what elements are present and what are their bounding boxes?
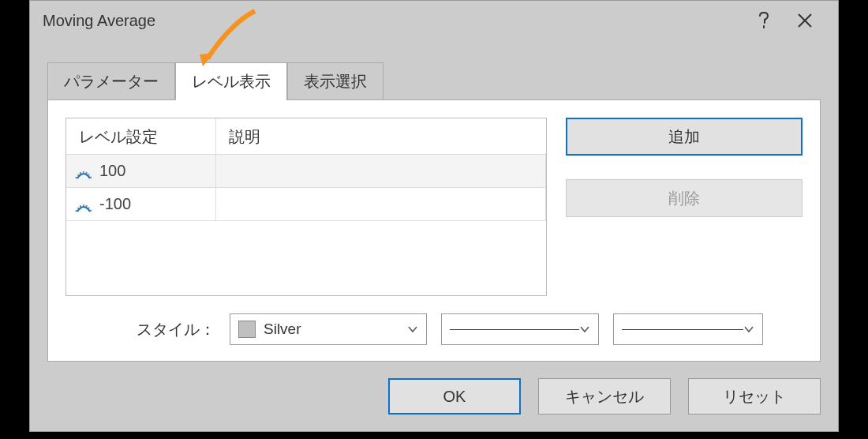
cell-level: -100	[66, 188, 216, 221]
style-row: スタイル： Silver	[65, 313, 803, 345]
add-button[interactable]: 追加	[566, 118, 803, 156]
color-combo[interactable]: Silver	[230, 313, 427, 345]
help-button[interactable]	[743, 1, 784, 40]
color-swatch-icon	[238, 321, 256, 338]
levels-table: レベル設定 説明 100	[65, 118, 547, 296]
dialog-footer: OK キャンセル リセット	[30, 362, 838, 430]
table-row[interactable]: 100	[66, 155, 546, 188]
cancel-button[interactable]: キャンセル	[538, 378, 671, 415]
dialog-window: Moving Average パラメーター レベル表示 表示選択 レベル設定 説…	[29, 0, 839, 432]
line-sample-icon	[622, 329, 743, 330]
tab-parameters[interactable]: パラメーター	[47, 62, 175, 100]
tab-visualization[interactable]: 表示選択	[287, 62, 383, 100]
column-header-desc[interactable]: 説明	[216, 118, 546, 155]
titlebar: Moving Average	[30, 1, 838, 40]
table-header-row: レベル設定 説明	[66, 118, 546, 155]
level-value: -100	[99, 195, 131, 213]
cell-desc	[216, 188, 546, 221]
tab-levels[interactable]: レベル表示	[175, 62, 287, 100]
delete-button: 削除	[566, 179, 803, 217]
reset-button[interactable]: リセット	[688, 378, 821, 415]
dialog-title: Moving Average	[43, 12, 743, 30]
ok-button[interactable]: OK	[388, 378, 521, 415]
chevron-down-icon	[407, 325, 418, 333]
column-header-level[interactable]: レベル設定	[66, 118, 216, 155]
cell-level: 100	[66, 155, 216, 188]
line-sample-icon	[450, 329, 579, 330]
color-name: Silver	[264, 321, 301, 338]
arc-icon	[74, 166, 93, 177]
tab-content: レベル設定 説明 100	[47, 99, 821, 362]
chevron-down-icon	[579, 325, 590, 333]
level-value: 100	[99, 162, 125, 180]
line-style-combo[interactable]	[441, 313, 599, 345]
cell-desc	[216, 155, 546, 188]
arc-icon	[74, 199, 93, 210]
table-row[interactable]: -100	[66, 188, 546, 221]
style-label: スタイル：	[137, 319, 215, 340]
chevron-down-icon	[743, 325, 754, 333]
line-width-combo[interactable]	[613, 313, 763, 345]
close-button[interactable]	[784, 1, 825, 40]
tab-bar: パラメーター レベル表示 表示選択	[30, 40, 838, 100]
